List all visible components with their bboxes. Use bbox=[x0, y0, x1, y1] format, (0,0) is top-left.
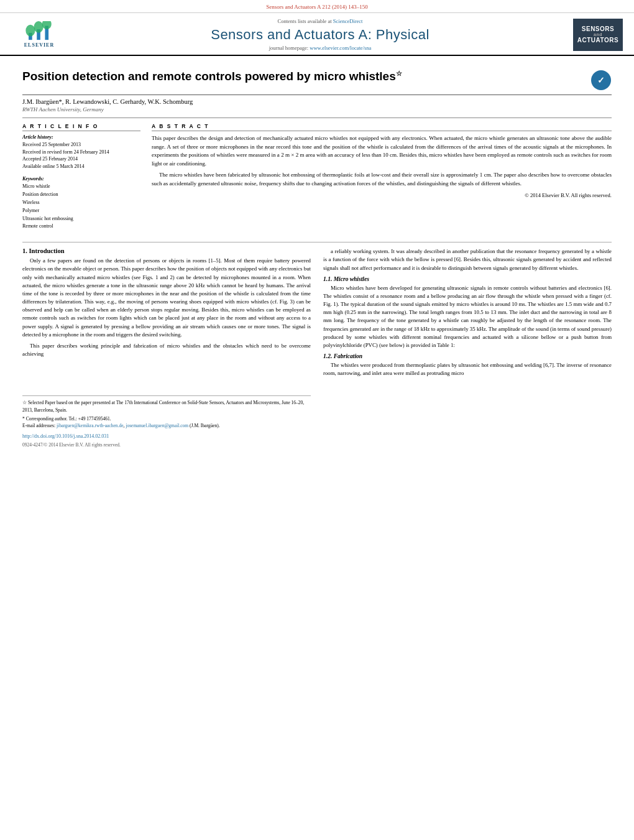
issn-line: 0924-4247/© 2014 Elsevier B.V. All right… bbox=[22, 441, 311, 448]
paper-title-area: Position detection and remote controls p… bbox=[22, 70, 612, 95]
paper-container: Position detection and remote controls p… bbox=[0, 56, 634, 459]
email2-suffix: (J.M. Ibargüen). bbox=[188, 423, 219, 428]
keywords-label: Keywords: bbox=[22, 176, 140, 182]
abstract-copyright: © 2014 Elsevier B.V. All rights reserved… bbox=[152, 192, 612, 200]
email-label: E-mail addresses: bbox=[22, 423, 55, 428]
homepage-link[interactable]: www.elsevier.com/locate/sna bbox=[310, 45, 371, 51]
keyword-1: Micro whistle bbox=[22, 183, 140, 191]
svg-text:✓: ✓ bbox=[597, 75, 605, 85]
email2-link[interactable]: josemanuel.ibarguen@gmail.com bbox=[126, 423, 188, 428]
journal-header: ELSEVIER Contents lists available at Sci… bbox=[0, 13, 634, 56]
sensors-logo-line2: ACTUATORS bbox=[577, 37, 618, 44]
abstract-para2: The micro whistles have been fabricated … bbox=[152, 171, 612, 188]
received-revised: Received in revised form 24 February 201… bbox=[22, 149, 140, 156]
keyword-6: Remote control bbox=[22, 223, 140, 231]
article-info-label: A R T I C L E I N F O bbox=[22, 123, 140, 131]
sciencedirect-link[interactable]: ScienceDirect bbox=[333, 18, 363, 24]
star-footnote: ☆ Selected Paper based on the paper pres… bbox=[22, 399, 311, 413]
body-cols: 1. Introduction Only a few papers are fo… bbox=[22, 247, 612, 449]
email-footnote: E-mail addresses: jibarguen@kemikra.rwth… bbox=[22, 422, 311, 429]
section1-body: Only a few papers are found on the detec… bbox=[22, 257, 311, 358]
section1-heading: 1. Introduction bbox=[22, 247, 311, 254]
history-label: Article history: bbox=[22, 134, 140, 140]
keyword-5: Ultrasonic hot embossing bbox=[22, 215, 140, 223]
affiliation: RWTH Aachen University, Germany bbox=[22, 106, 612, 113]
elsevier-logo: ELSEVIER bbox=[11, 19, 67, 51]
authors: J.M. Ibargüen*, R. Lewandowski, C. Gerha… bbox=[22, 98, 612, 105]
doi-line: http://dx.doi.org/10.1016/j.sna.2014.02.… bbox=[22, 433, 311, 440]
article-info-col: A R T I C L E I N F O Article history: R… bbox=[22, 123, 140, 236]
keywords-list: Micro whistle Position detection Wireles… bbox=[22, 183, 140, 231]
section12-heading: 1.2. Fabrication bbox=[323, 353, 612, 359]
doi-link[interactable]: http://dx.doi.org/10.1016/j.sna.2014.02.… bbox=[22, 433, 109, 439]
sensors-logo-line1: SENSORS bbox=[582, 25, 614, 32]
available-online: Available online 5 March 2014 bbox=[22, 163, 140, 170]
received1: Received 25 September 2013 bbox=[22, 141, 140, 149]
sensors-logo-box: SENSORS and ACTUATORS bbox=[573, 19, 623, 51]
body-left-col: 1. Introduction Only a few papers are fo… bbox=[22, 247, 311, 449]
title-star: ☆ bbox=[396, 70, 402, 77]
elsevier-label: ELSEVIER bbox=[24, 42, 54, 48]
svg-point-4 bbox=[34, 21, 44, 33]
svg-point-3 bbox=[25, 25, 35, 37]
keyword-3: Wireless bbox=[22, 199, 140, 207]
section11-para1: Micro whistles have been developed for g… bbox=[323, 284, 612, 350]
keywords-group: Keywords: Micro whistle Position detecti… bbox=[22, 176, 140, 231]
article-history: Article history: Received 25 September 2… bbox=[22, 134, 140, 170]
crossmark-badge: ✓ bbox=[590, 70, 612, 91]
section12-body: The whistles were produced from thermopl… bbox=[323, 361, 612, 377]
section1-para-right: a reliably working system. It was alread… bbox=[323, 247, 612, 272]
abstract-text: This paper describes the design and dete… bbox=[152, 134, 612, 200]
accepted: Accepted 25 February 2014 bbox=[22, 155, 140, 163]
keyword-4: Polymer bbox=[22, 207, 140, 215]
corresponding-footnote: * Corresponding author. Tel.: +49 177459… bbox=[22, 415, 311, 422]
journal-homepage: journal homepage: www.elsevier.com/locat… bbox=[67, 45, 573, 51]
section11-heading: 1.1. Micro whistles bbox=[323, 276, 612, 282]
footnote-area: ☆ Selected Paper based on the paper pres… bbox=[22, 395, 311, 448]
journal-center: Contents lists available at ScienceDirec… bbox=[67, 18, 573, 51]
top-bar: Sensors and Actuators A 212 (2014) 143–1… bbox=[0, 0, 634, 13]
body-divider bbox=[22, 242, 612, 242]
abstract-para1: This paper describes the design and dete… bbox=[152, 134, 612, 168]
journal-citation: Sensors and Actuators A 212 (2014) 143–1… bbox=[266, 4, 368, 10]
svg-point-5 bbox=[42, 21, 52, 29]
email1-link[interactable]: jibarguen@kemikra.rwth-aachen.de bbox=[57, 423, 124, 428]
abstract-label: A B S T R A C T bbox=[152, 123, 612, 131]
contents-available: Contents lists available at ScienceDirec… bbox=[67, 18, 573, 24]
keyword-2: Position detection bbox=[22, 191, 140, 199]
section12-para1: The whistles were produced from thermopl… bbox=[323, 361, 612, 377]
body-right-col: a reliably working system. It was alread… bbox=[323, 247, 612, 449]
section1-para2: This paper describes working principle a… bbox=[22, 342, 311, 358]
abstract-col: A B S T R A C T This paper describes the… bbox=[152, 123, 612, 236]
paper-title: Position detection and remote controls p… bbox=[22, 70, 583, 83]
sensors-logo-and: and bbox=[594, 32, 602, 37]
journal-title: Sensors and Actuators A: Physical bbox=[67, 27, 573, 43]
section11-body: Micro whistles have been developed for g… bbox=[323, 284, 612, 350]
article-abstract-cols: A R T I C L E I N F O Article history: R… bbox=[22, 118, 612, 236]
section1-right-text: a reliably working system. It was alread… bbox=[323, 247, 612, 272]
section1-para1: Only a few papers are found on the detec… bbox=[22, 257, 311, 339]
